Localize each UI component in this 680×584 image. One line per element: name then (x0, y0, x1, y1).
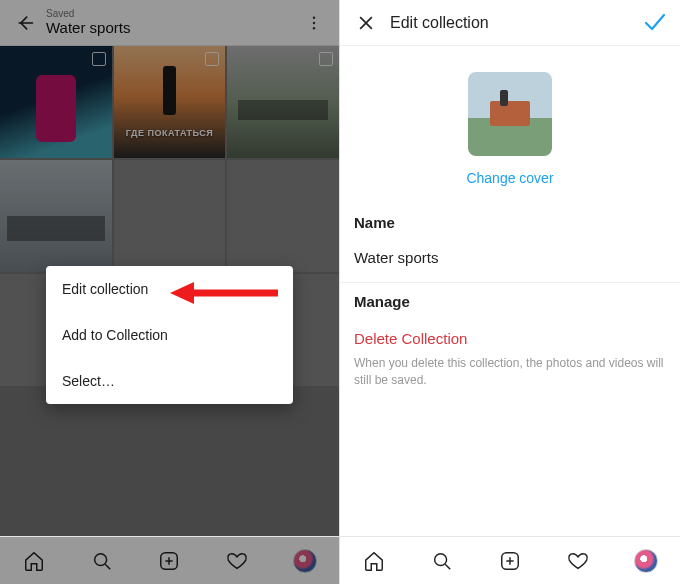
edit-header-title: Edit collection (380, 14, 640, 32)
avatar-icon (634, 549, 658, 573)
menu-item-edit-collection[interactable]: Edit collection (46, 266, 293, 312)
spacer (340, 389, 680, 536)
delete-collection-link[interactable]: Delete Collection (340, 316, 680, 355)
confirm-button[interactable] (640, 11, 668, 35)
home-icon (363, 550, 385, 572)
collection-header: Saved Water sports (0, 0, 339, 46)
svg-point-1 (313, 21, 315, 23)
nav-activity[interactable] (566, 549, 590, 573)
manage-section-label: Manage (340, 283, 680, 316)
close-button[interactable] (352, 13, 380, 33)
nav-profile[interactable] (634, 549, 658, 573)
svg-point-0 (313, 16, 315, 18)
arrow-left-icon (15, 13, 35, 33)
bottom-nav-right (340, 536, 680, 584)
more-vertical-icon (305, 14, 323, 32)
photo-thumbnail[interactable] (0, 46, 112, 158)
header-titles: Saved Water sports (40, 9, 299, 36)
cover-section: Change cover (340, 46, 680, 204)
plus-square-icon (158, 550, 180, 572)
check-icon (642, 11, 666, 35)
more-options-button[interactable] (299, 14, 329, 32)
collection-view-screen: Saved Water sports ГДЕ ПОКАТАТЬСЯ (0, 0, 340, 584)
nav-activity[interactable] (225, 549, 249, 573)
photo-thumbnail[interactable] (114, 160, 226, 272)
nav-new-post[interactable] (498, 549, 522, 573)
svg-line-6 (105, 564, 110, 569)
thumbnail-caption: ГДЕ ПОКАТАТЬСЯ (114, 128, 226, 138)
back-button[interactable] (10, 13, 40, 33)
photo-thumbnail[interactable] (227, 160, 339, 272)
photo-thumbnail[interactable] (227, 46, 339, 158)
nav-home[interactable] (22, 549, 46, 573)
close-icon (356, 13, 376, 33)
nav-search[interactable] (430, 549, 454, 573)
nav-profile[interactable] (293, 549, 317, 573)
delete-help-text: When you delete this collection, the pho… (340, 355, 680, 389)
edit-header: Edit collection (340, 0, 680, 46)
home-icon (23, 550, 45, 572)
svg-line-13 (445, 564, 450, 569)
collection-title: Water sports (46, 19, 299, 36)
options-menu: Edit collection Add to Collection Select… (46, 266, 293, 404)
bottom-nav-left (0, 536, 339, 584)
svg-point-5 (94, 553, 106, 565)
heart-icon (567, 550, 589, 572)
multi-select-icon (205, 52, 219, 66)
search-icon (431, 550, 453, 572)
multi-select-icon (92, 52, 106, 66)
heart-icon (226, 550, 248, 572)
nav-new-post[interactable] (157, 549, 181, 573)
avatar-icon (293, 549, 317, 573)
nav-home[interactable] (362, 549, 386, 573)
name-section-label: Name (340, 204, 680, 237)
search-icon (91, 550, 113, 572)
change-cover-link[interactable]: Change cover (340, 170, 680, 186)
svg-point-2 (313, 27, 315, 29)
photo-thumbnail[interactable]: ГДЕ ПОКАТАТЬСЯ (114, 46, 226, 158)
collection-name-input[interactable] (340, 237, 680, 283)
edit-collection-screen: Edit collection Change cover Name Manage… (340, 0, 680, 584)
nav-search[interactable] (90, 549, 114, 573)
plus-square-icon (499, 550, 521, 572)
saved-label: Saved (46, 9, 299, 19)
multi-select-icon (319, 52, 333, 66)
cover-image[interactable] (468, 72, 552, 156)
photo-grid-area: ГДЕ ПОКАТАТЬСЯ Edit collection Add to Co… (0, 46, 339, 536)
photo-thumbnail[interactable] (0, 160, 112, 272)
svg-point-12 (435, 553, 447, 565)
menu-item-add-to-collection[interactable]: Add to Collection (46, 312, 293, 358)
menu-item-select[interactable]: Select… (46, 358, 293, 404)
